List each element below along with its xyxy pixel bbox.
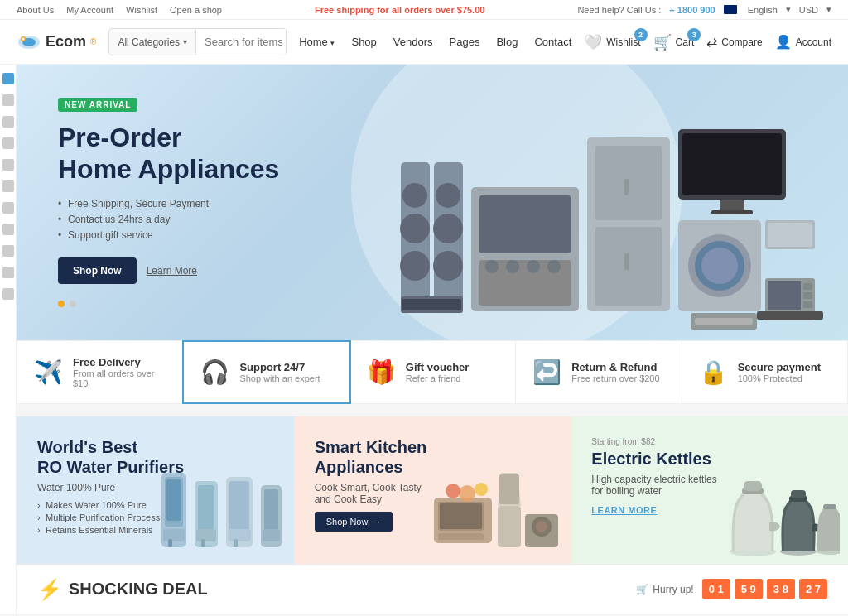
purifier-image — [153, 456, 286, 564]
top-bar-links: About Us My Account Wishlist Open a shop — [17, 5, 222, 15]
logo-icon — [17, 33, 41, 51]
svg-rect-42 — [803, 301, 812, 308]
svg-point-18 — [506, 260, 519, 273]
cart-button[interactable]: 🛒 3 Cart — [653, 33, 695, 51]
svg-point-10 — [433, 214, 463, 243]
feature-gift: 🎁 Gift voucher Refer a friend — [350, 341, 516, 403]
svg-rect-13 — [402, 299, 461, 310]
sidebar-icon-2[interactable] — [2, 116, 14, 128]
sidebar-icon-6[interactable] — [2, 202, 14, 214]
svg-rect-53 — [201, 539, 205, 547]
svg-rect-25 — [624, 253, 629, 270]
svg-rect-35 — [768, 223, 812, 247]
svg-rect-41 — [803, 292, 812, 299]
language-selector[interactable]: English — [748, 5, 778, 15]
search-input[interactable] — [196, 29, 287, 55]
sidebar-menu-icon[interactable] — [2, 73, 14, 84]
sidebar-icon-4[interactable] — [2, 159, 14, 171]
countdown-seconds: 3 8 — [767, 579, 795, 599]
sidebar-icon-10[interactable] — [2, 288, 14, 300]
wishlist-badge: 2 — [634, 28, 648, 41]
promo-kettle-label: Starting from $82 — [591, 437, 827, 446]
nav-blog[interactable]: Blog — [496, 36, 518, 48]
feature-secure-desc: 100% Protected — [738, 373, 821, 383]
hero-bullet-3: Support gift service — [58, 229, 279, 241]
nav-shop[interactable]: Shop — [351, 36, 376, 48]
lightning-icon: ⚡ — [37, 578, 62, 601]
svg-point-73 — [446, 484, 460, 498]
logo[interactable]: Ecom® — [17, 33, 96, 51]
svg-rect-76 — [744, 481, 762, 491]
svg-point-19 — [527, 260, 540, 273]
hero-bullet-2: Contact us 24hrs a day — [58, 214, 279, 225]
svg-point-71 — [459, 485, 475, 502]
kitchen-shop-button[interactable]: Shop Now → — [315, 512, 393, 532]
svg-point-3 — [22, 37, 25, 40]
svg-point-5 — [402, 183, 427, 208]
feature-secure-title: Secure payment — [738, 361, 821, 373]
my-account-link[interactable]: My Account — [66, 5, 113, 15]
wishlist-icon: 🤍 — [584, 33, 602, 51]
shocking-deal-title: ⚡ SHOCKING DEAL — [37, 578, 208, 601]
sidebar-icon-1[interactable] — [2, 94, 14, 106]
svg-point-70 — [536, 521, 547, 532]
shop-now-button[interactable]: Shop Now — [58, 257, 137, 284]
main-content: NEW ARRIVAL Pre-Order Home Appliances Fr… — [17, 65, 848, 614]
hero-badge: NEW ARRIVAL — [58, 98, 137, 112]
hero-bullets: Free Shipping, Secure Payment Contact us… — [58, 198, 279, 241]
sidebar-icon-3[interactable] — [2, 137, 14, 149]
page-layout: NEW ARRIVAL Pre-Order Home Appliances Fr… — [0, 65, 848, 614]
hero-dot-2[interactable] — [70, 301, 76, 307]
svg-point-17 — [485, 260, 499, 273]
cart-icon: 🛒 — [653, 33, 672, 51]
svg-rect-24 — [624, 179, 629, 195]
main-nav: Home ▾ Shop Vendors Pages Blog Contact — [299, 36, 571, 48]
promo-purifier-card: World's Best RO Water Purifiers Water 10… — [17, 416, 294, 564]
countdown-timer: 0 1 5 9 3 8 2 7 — [702, 579, 827, 599]
learn-more-button[interactable]: Learn More — [147, 265, 197, 277]
wishlist-link[interactable]: Wishlist — [126, 5, 157, 15]
nav-contact[interactable]: Contact — [534, 36, 571, 48]
hero-dot-1[interactable] — [58, 301, 65, 307]
svg-rect-56 — [228, 529, 251, 541]
svg-rect-51 — [198, 485, 214, 531]
sidebar-icon-9[interactable] — [2, 267, 14, 278]
svg-rect-39 — [768, 281, 801, 310]
sidebar-icon-8[interactable] — [2, 245, 14, 257]
svg-rect-65 — [498, 506, 521, 547]
compare-button[interactable]: ⇄ Compare — [706, 34, 762, 50]
svg-rect-37 — [695, 318, 753, 325]
account-icon: 👤 — [775, 34, 792, 50]
nav-pages[interactable]: Pages — [450, 36, 480, 48]
feature-gift-title: Gift voucher — [406, 361, 470, 373]
sidebar-icon-7[interactable] — [2, 224, 14, 235]
svg-point-20 — [547, 260, 561, 273]
hero-bullet-1: Free Shipping, Secure Payment — [58, 198, 279, 209]
category-dropdown[interactable]: All Categories ▾ — [109, 30, 196, 55]
account-button[interactable]: 👤 Account — [775, 34, 831, 50]
left-sidebar — [0, 65, 17, 614]
nav-actions: 🤍 2 Wishlist 🛒 3 Cart ⇄ Compare 👤 Accoun… — [584, 33, 831, 51]
open-shop-link[interactable]: Open a shop — [170, 5, 222, 15]
nav-home[interactable]: Home ▾ — [299, 36, 335, 48]
nav-vendors[interactable]: Vendors — [393, 36, 433, 48]
wishlist-button[interactable]: 🤍 2 Wishlist — [584, 33, 640, 51]
svg-point-7 — [400, 251, 430, 281]
svg-rect-52 — [196, 529, 216, 541]
svg-rect-27 — [682, 133, 782, 195]
kettle-learn-button[interactable]: LEARN MORE — [591, 505, 657, 515]
svg-point-11 — [433, 251, 463, 281]
sidebar-icon-5[interactable] — [2, 180, 14, 192]
cart-badge: 3 — [687, 28, 701, 41]
promo-kitchen-card: Smart Kitchen Appliances Cook Smart, Coo… — [294, 416, 571, 564]
hero-appliances-illustration — [384, 113, 823, 336]
hero-text: NEW ARRIVAL Pre-Order Home Appliances Fr… — [58, 98, 279, 307]
feature-gift-desc: Refer a friend — [406, 373, 470, 383]
svg-rect-60 — [263, 529, 280, 541]
currency-selector[interactable]: USD — [799, 5, 818, 15]
about-us-link[interactable]: About Us — [17, 5, 54, 15]
top-bar-right: Need help? Call Us : + 1800 900 English … — [577, 4, 831, 15]
hero-title: Pre-Order Home Appliances — [58, 122, 279, 185]
svg-rect-28 — [720, 200, 744, 212]
svg-rect-44 — [757, 311, 823, 320]
